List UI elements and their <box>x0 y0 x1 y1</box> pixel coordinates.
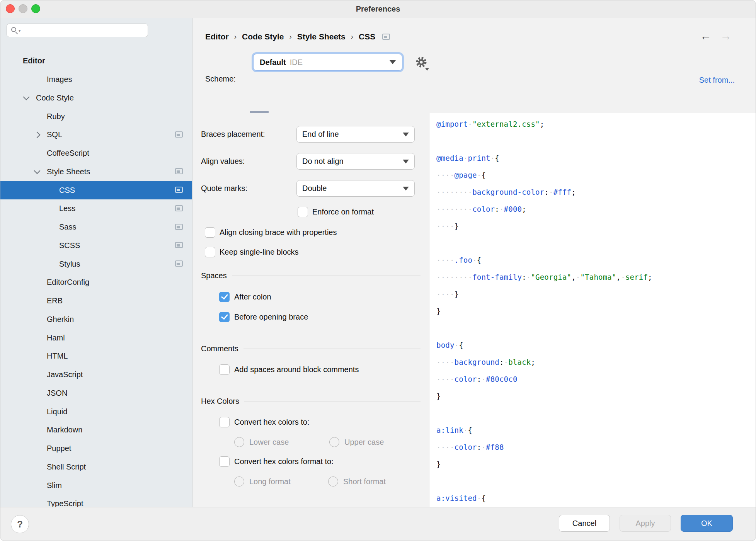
sidebar-tree-item[interactable]: ERB <box>0 292 192 310</box>
sidebar-tree-item[interactable]: Haml <box>0 328 192 347</box>
section-divider <box>232 276 421 276</box>
sidebar-tree-item[interactable]: CSS <box>0 181 192 199</box>
convert-hex-colors-to-label: Convert hex colors to: <box>234 417 310 427</box>
tab[interactable] <box>211 108 212 113</box>
sidebar-item-label: Style Sheets <box>47 167 90 176</box>
code-line: ········background-color:·#fff; <box>436 184 756 201</box>
back-arrow-button[interactable]: ← <box>700 30 712 42</box>
sidebar-tree-item[interactable]: Stylus <box>0 255 192 273</box>
braces-placement-value: End of line <box>302 130 339 139</box>
sidebar-item-label: Shell Script <box>47 463 86 471</box>
title-bar: Preferences <box>0 0 756 17</box>
breadcrumb-item-editor[interactable]: Editor <box>205 32 229 41</box>
sidebar-tree-item[interactable]: SCSS <box>0 236 192 255</box>
sidebar-tree-item[interactable]: JSON <box>0 384 192 403</box>
breadcrumb: Editor › Code Style › Style Sheets › CSS <box>205 31 390 43</box>
tab[interactable] <box>235 108 236 113</box>
long-format-radio[interactable] <box>234 476 244 487</box>
before-opening-brace-checkbox[interactable] <box>219 312 230 322</box>
upper-case-label: Upper case <box>344 437 384 447</box>
sidebar-tree-item[interactable]: Liquid <box>0 402 192 421</box>
sidebar-tree-item[interactable]: Puppet <box>0 439 192 458</box>
sidebar-tree-item[interactable]: Style Sheets <box>0 163 192 181</box>
sidebar-tree-item[interactable]: Images <box>0 70 192 89</box>
code-line: ····color:·#80c0c0 <box>436 371 756 388</box>
sidebar-item-label: EditorConfig <box>47 278 89 287</box>
sidebar-item-label: Stylus <box>59 260 80 269</box>
breadcrumb-item-code-style[interactable]: Code Style <box>242 32 284 41</box>
code-line: ····color:·#f88 <box>436 439 756 456</box>
scheme-actions-gear-button[interactable] <box>415 56 430 71</box>
sidebar-tree-item[interactable]: JavaScript <box>0 366 192 384</box>
other-settings-panel: Braces placement: End of line Align valu… <box>193 113 429 507</box>
tab[interactable] <box>259 108 260 113</box>
sidebar-item-label: Puppet <box>47 444 71 453</box>
sidebar-tree-item[interactable]: Editor <box>0 52 192 70</box>
sidebar-tree-item[interactable]: Sass <box>0 218 192 236</box>
content-header: Editor › Code Style › Style Sheets › CSS… <box>193 18 756 113</box>
sidebar-item-label: Haml <box>47 333 65 342</box>
add-spaces-block-comments-label: Add spaces around block comments <box>234 364 359 375</box>
scheme-value: Default <box>260 58 286 67</box>
breadcrumb-item-style-sheets[interactable]: Style Sheets <box>297 32 346 41</box>
sidebar-tree-item[interactable]: EditorConfig <box>0 273 192 292</box>
comments-section-header: Comments <box>201 344 421 353</box>
code-line: ····} <box>436 286 756 303</box>
after-colon-checkbox[interactable] <box>219 292 230 302</box>
sidebar-tree-item[interactable]: SQL <box>0 126 192 144</box>
scheme-dropdown[interactable]: Default IDE <box>253 54 402 71</box>
code-line: ········color:·#000; <box>436 201 756 218</box>
ok-button[interactable]: OK <box>681 515 733 532</box>
search-input[interactable] <box>26 25 145 36</box>
convert-hex-format-label: Convert hex colors format to: <box>234 456 334 467</box>
code-style-tabs <box>193 97 756 113</box>
sidebar-item-label: SCSS <box>59 241 80 250</box>
align-closing-brace-checkbox[interactable] <box>205 227 215 238</box>
sidebar-item-label: Liquid <box>47 407 67 416</box>
chevron-down-icon <box>403 133 409 136</box>
sidebar-tree-item[interactable]: HTML <box>0 347 192 366</box>
lower-case-radio[interactable] <box>234 437 244 447</box>
monitor-icon <box>175 131 183 138</box>
tab[interactable] <box>283 108 284 113</box>
convert-hex-format-checkbox[interactable] <box>219 456 230 467</box>
code-line <box>436 133 756 150</box>
sidebar-tree-item[interactable]: Code Style <box>0 89 192 107</box>
sidebar-tree-item[interactable]: Slim <box>0 476 192 495</box>
sidebar-tree-item[interactable]: Shell Script <box>0 458 192 476</box>
quote-marks-value: Double <box>302 184 327 193</box>
search-field[interactable]: ▾ <box>7 24 148 37</box>
keep-single-line-blocks-checkbox[interactable] <box>205 247 215 257</box>
set-from-link[interactable]: Set from... <box>699 76 735 85</box>
sidebar-item-label: JavaScript <box>47 370 83 379</box>
sidebar-tree-item[interactable]: CoffeeScript <box>0 144 192 163</box>
code-line: ····.foo·{ <box>436 252 756 269</box>
scheme-label: Scheme: <box>205 75 236 83</box>
sidebar-item-label: Editor <box>23 56 45 65</box>
braces-placement-label: Braces placement: <box>201 130 265 139</box>
sidebar-tree-item[interactable]: Less <box>0 199 192 218</box>
breadcrumb-item-css[interactable]: CSS <box>359 32 375 41</box>
upper-case-radio[interactable] <box>329 437 339 447</box>
chevron-down-icon <box>390 60 396 64</box>
align-values-dropdown[interactable]: Do not align <box>296 153 415 170</box>
sidebar-tree-item[interactable]: Ruby <box>0 107 192 126</box>
code-line <box>436 235 756 252</box>
code-line <box>436 405 756 422</box>
braces-placement-dropdown[interactable]: End of line <box>296 126 415 143</box>
help-button[interactable]: ? <box>11 515 29 533</box>
sidebar-tree-item[interactable]: TypeScript <box>0 495 192 507</box>
sidebar-item-label: CSS <box>59 186 75 195</box>
forward-arrow-button: → <box>720 30 732 42</box>
code-line: } <box>436 456 756 473</box>
cancel-button[interactable]: Cancel <box>559 515 610 532</box>
quote-marks-dropdown[interactable]: Double <box>296 180 415 197</box>
convert-hex-colors-to-checkbox[interactable] <box>219 417 230 427</box>
short-format-radio[interactable] <box>328 476 338 487</box>
add-spaces-block-comments-checkbox[interactable] <box>219 364 230 375</box>
sidebar-item-label: ERB <box>47 296 63 305</box>
sidebar-tree-item[interactable]: Markdown <box>0 421 192 439</box>
enforce-on-format-checkbox[interactable] <box>298 207 308 217</box>
code-line: } <box>436 303 756 320</box>
sidebar-tree-item[interactable]: Gherkin <box>0 310 192 329</box>
